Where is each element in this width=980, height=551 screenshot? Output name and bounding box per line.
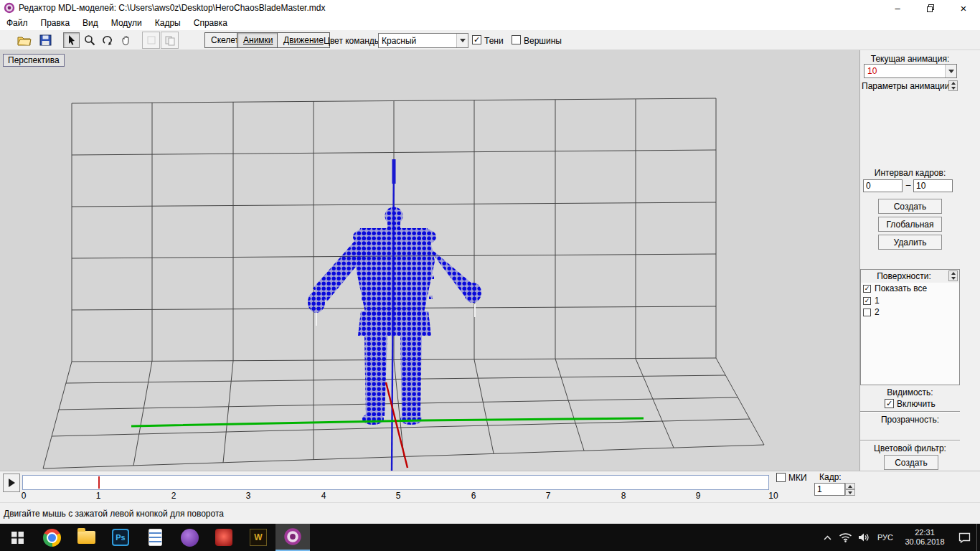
save-floppy-icon xyxy=(39,34,52,46)
zoom-tool-button[interactable] xyxy=(81,32,98,48)
chrome-icon xyxy=(43,529,61,547)
mki-checkbox[interactable] xyxy=(776,473,786,482)
global-animation-button[interactable]: Глобальная xyxy=(878,217,942,232)
menu-view[interactable]: Вид xyxy=(76,17,105,29)
volume-button[interactable] xyxy=(854,524,873,551)
show-all-checkbox[interactable]: ✓ xyxy=(863,285,871,293)
team-color-select[interactable]: Красный xyxy=(378,33,468,48)
menu-frames[interactable]: Кадры xyxy=(149,17,187,29)
menu-modules[interactable]: Модули xyxy=(105,17,149,29)
select-tool-button[interactable] xyxy=(63,32,80,48)
copy-button-disabled[interactable] xyxy=(161,32,179,49)
surfaces-box: Поверхности: ✓ Показать все ✓ 1 2 xyxy=(860,269,960,385)
blank-icon xyxy=(146,35,156,45)
divider xyxy=(860,440,960,441)
magnifier-icon xyxy=(84,34,95,46)
taskbar-warcraft[interactable]: W xyxy=(241,524,275,551)
surface-row[interactable]: ✓ 1 xyxy=(861,296,959,307)
surfaces-spinner[interactable] xyxy=(948,270,958,281)
speaker-icon xyxy=(858,532,870,542)
clock[interactable]: 22:31 30.06.2018 xyxy=(897,524,952,551)
tick-label: 4 xyxy=(321,491,326,501)
chevron-down-icon[interactable] xyxy=(945,65,956,77)
chevron-down-icon[interactable] xyxy=(456,34,468,47)
visibility-label: Видимость: xyxy=(860,387,960,397)
enable-label: Включить xyxy=(897,399,936,409)
hand-icon xyxy=(121,34,132,46)
menu-edit[interactable]: Правка xyxy=(34,17,77,29)
start-button[interactable] xyxy=(0,524,34,551)
delete-animation-button[interactable]: Удалить xyxy=(878,235,942,250)
wifi-icon xyxy=(839,532,852,542)
language-indicator[interactable]: РУС xyxy=(873,524,897,551)
close-button[interactable]: × xyxy=(947,0,980,16)
interval-from-input[interactable]: 0 xyxy=(863,179,903,192)
taskbar-document-app[interactable] xyxy=(138,524,172,551)
team-color-value: Красный xyxy=(379,36,456,46)
surface-2-label: 2 xyxy=(875,307,880,317)
create-animation-button[interactable]: Создать xyxy=(878,199,942,214)
tick-label: 9 xyxy=(696,491,701,501)
menu-file[interactable]: Файл xyxy=(0,17,34,29)
shadows-checkbox[interactable]: ✓ xyxy=(472,35,481,44)
play-button[interactable] xyxy=(3,474,20,492)
save-button[interactable] xyxy=(37,32,54,48)
perspective-view-button[interactable]: Перспектива xyxy=(3,54,65,67)
tray-date: 30.06.2018 xyxy=(905,537,944,547)
timeline-bar: 0 1 2 3 4 5 6 7 8 9 10 МКИ Кадр: 1 xyxy=(0,471,980,502)
tab-animations[interactable]: Анимки xyxy=(237,32,280,48)
timeline-slider[interactable] xyxy=(22,475,769,490)
taskbar-photoshop[interactable]: Ps xyxy=(103,524,138,551)
status-text: Двигайте мышь с зажатой левой кнопкой дл… xyxy=(4,509,224,519)
minimize-button[interactable]: – xyxy=(881,0,914,16)
spin-down-icon[interactable] xyxy=(845,489,855,496)
taskbar-explorer[interactable] xyxy=(69,524,103,551)
spin-up-icon[interactable] xyxy=(845,483,855,489)
taskbar-chrome[interactable] xyxy=(34,524,69,551)
viewport-3d[interactable]: Перспектива xyxy=(0,50,859,471)
show-all-label: Показать все xyxy=(875,283,927,293)
spin-down-icon[interactable] xyxy=(949,86,957,91)
frame-input[interactable]: 1 xyxy=(814,483,845,496)
show-desktop-button[interactable] xyxy=(976,524,980,551)
photoshop-icon: Ps xyxy=(112,529,129,546)
disabled-tool-button-1[interactable] xyxy=(142,32,160,49)
animation-params-spinner[interactable] xyxy=(948,80,958,91)
taskbar-red-app[interactable] xyxy=(207,524,241,551)
current-animation-select[interactable]: 10 xyxy=(864,64,957,78)
red-app-icon xyxy=(215,529,232,546)
rotate-tool-button[interactable] xyxy=(100,32,116,48)
action-center-button[interactable] xyxy=(952,524,976,551)
enable-checkbox[interactable]: ✓ xyxy=(885,399,894,408)
surfaces-label: Поверхности: xyxy=(861,271,947,281)
tick-label: 3 xyxy=(246,491,251,501)
menu-help[interactable]: Справка xyxy=(187,17,234,29)
taskbar-purple-app[interactable] xyxy=(172,524,207,551)
network-button[interactable] xyxy=(836,524,854,551)
current-animation-label: Текущая анимация: xyxy=(860,54,960,64)
divider xyxy=(860,411,960,413)
open-folder-icon xyxy=(17,34,32,46)
tray-time: 22:31 xyxy=(915,528,935,537)
mki-label: МКИ xyxy=(788,473,807,483)
tick-label: 8 xyxy=(621,491,626,501)
interval-to-input[interactable]: 10 xyxy=(913,179,953,192)
taskbar-mdl-editor-active[interactable] xyxy=(275,524,310,551)
purple-app-icon xyxy=(181,529,199,547)
app-window: Редактор MDL-моделей: C:\Users\aws0z\Des… xyxy=(0,0,980,551)
tick-label: 2 xyxy=(171,491,176,501)
open-button[interactable] xyxy=(16,32,32,48)
pan-tool-button[interactable] xyxy=(118,32,134,48)
surface-1-checkbox[interactable]: ✓ xyxy=(863,297,871,305)
color-filter-create-button[interactable]: Создать xyxy=(884,455,938,470)
spin-down-icon[interactable] xyxy=(949,276,957,281)
surface-row[interactable]: 2 xyxy=(861,307,959,319)
frame-spinner[interactable] xyxy=(845,483,855,496)
vertices-checkbox[interactable] xyxy=(512,35,521,44)
viewport-scene[interactable] xyxy=(0,50,859,471)
tab-movement[interactable]: Движение xyxy=(277,32,330,48)
timeline-marker[interactable] xyxy=(98,476,100,489)
restore-button[interactable] xyxy=(914,0,947,16)
hidden-icons-button[interactable] xyxy=(819,524,836,551)
surface-2-checkbox[interactable] xyxy=(863,309,871,316)
